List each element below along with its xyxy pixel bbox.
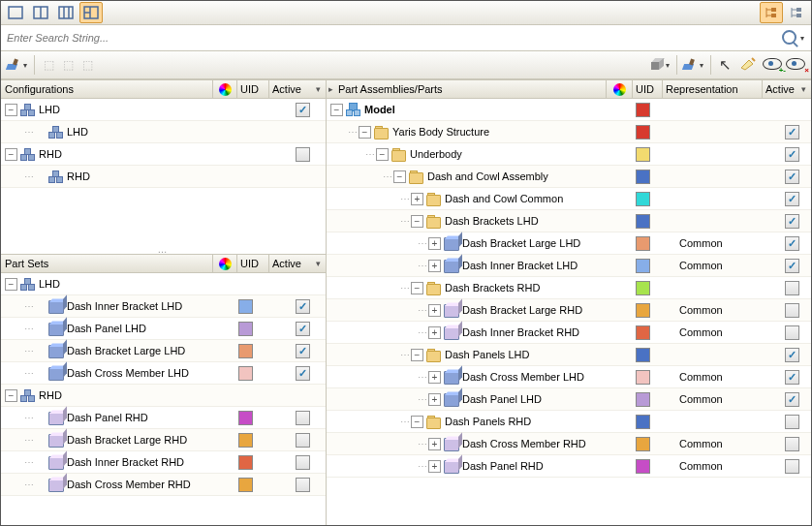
expand-toggle[interactable]: + bbox=[428, 304, 441, 317]
checkbox-checked[interactable]: ✓ bbox=[785, 192, 799, 206]
checkbox-checked[interactable]: ✓ bbox=[785, 214, 799, 229]
header-sort-icon[interactable]: ▾ bbox=[801, 84, 811, 94]
checkbox-unchecked[interactable] bbox=[785, 415, 799, 429]
tree-row[interactable]: −RHD bbox=[1, 143, 326, 166]
color-swatch[interactable] bbox=[238, 344, 253, 358]
brush2-icon[interactable] bbox=[681, 56, 699, 74]
checkbox-checked[interactable]: ✓ bbox=[785, 370, 799, 385]
configs-title[interactable]: Configurations bbox=[1, 83, 212, 95]
collapse-toggle[interactable]: − bbox=[393, 170, 406, 183]
color-swatch[interactable] bbox=[636, 348, 650, 362]
tree-row[interactable]: ⋯Dash Inner Bracket RHD bbox=[1, 451, 326, 474]
tree-row[interactable]: −LHD bbox=[1, 273, 326, 295]
checkbox-checked[interactable]: ✓ bbox=[296, 299, 310, 314]
checkbox-unchecked[interactable] bbox=[785, 459, 799, 474]
color-swatch[interactable] bbox=[636, 259, 650, 273]
checkbox-checked[interactable]: ✓ bbox=[785, 392, 799, 407]
eye-minus-icon[interactable]: × bbox=[786, 58, 805, 72]
tool-icon-2[interactable]: ⬚ bbox=[58, 55, 78, 75]
partsets-color-header[interactable] bbox=[212, 255, 236, 272]
tree-row[interactable]: ⋯Dash Inner Bracket LHD✓ bbox=[1, 295, 326, 318]
layout-split2-button[interactable] bbox=[29, 2, 52, 23]
tree-row[interactable]: −Model bbox=[327, 99, 811, 121]
collapse-toggle[interactable]: − bbox=[5, 389, 17, 402]
checkbox-unchecked[interactable] bbox=[296, 455, 310, 470]
collapse-toggle[interactable]: − bbox=[376, 148, 389, 161]
assemblies-uid-header[interactable]: UID bbox=[632, 80, 662, 98]
tool-icon-1[interactable]: ⬚ bbox=[39, 55, 58, 75]
collapse-toggle[interactable]: − bbox=[359, 126, 371, 139]
collapse-toggle[interactable]: − bbox=[5, 104, 17, 116]
color-swatch[interactable] bbox=[636, 236, 650, 251]
tree-row[interactable]: ⋯Dash Bracket Large LHD✓ bbox=[1, 340, 326, 362]
color-swatch[interactable] bbox=[636, 214, 650, 229]
tree-row[interactable]: ⋯+Dash Cross Member RHDCommon bbox=[327, 433, 811, 455]
tree-row[interactable]: ⋯Dash Bracket Large RHD bbox=[1, 429, 326, 451]
color-swatch[interactable] bbox=[238, 322, 253, 336]
expand-toggle[interactable]: + bbox=[428, 438, 441, 450]
checkbox-unchecked[interactable] bbox=[296, 433, 310, 448]
tree-row[interactable]: ⋯+Dash Bracket Large LHDCommon✓ bbox=[327, 232, 811, 255]
assemblies-title[interactable]: Part Assemblies/Parts bbox=[334, 83, 606, 95]
configs-color-header[interactable] bbox=[212, 80, 236, 98]
layout-split3-button[interactable] bbox=[54, 2, 78, 23]
tree-row[interactable]: ⋯−Dash and Cowl Assembly✓ bbox=[327, 166, 811, 188]
checkbox-checked[interactable]: ✓ bbox=[785, 170, 799, 184]
tree-row[interactable]: ⋯Dash Cross Member RHD bbox=[1, 474, 326, 496]
tree-row[interactable]: ⋯Dash Panel RHD bbox=[1, 407, 326, 429]
tree-row[interactable]: ⋯+Dash Inner Bracket LHDCommon✓ bbox=[327, 255, 811, 277]
checkbox-unchecked[interactable] bbox=[296, 147, 310, 162]
checkbox-unchecked[interactable] bbox=[785, 437, 799, 451]
tree-row[interactable]: ⋯+Dash Cross Member LHDCommon✓ bbox=[327, 366, 811, 388]
search-icon[interactable] bbox=[780, 28, 799, 47]
tree-mode2-button[interactable] bbox=[785, 2, 808, 23]
configs-tree[interactable]: −LHD✓⋯LHD−RHD⋯RHD bbox=[1, 99, 326, 244]
tree-row[interactable]: ⋯−Yaris Body Structure✓ bbox=[327, 121, 811, 143]
color-swatch[interactable] bbox=[636, 415, 650, 429]
checkbox-checked[interactable]: ✓ bbox=[785, 236, 799, 251]
layout-active-button[interactable] bbox=[79, 2, 103, 23]
layout-single-button[interactable] bbox=[4, 2, 27, 23]
color-swatch[interactable] bbox=[238, 433, 253, 448]
color-swatch[interactable] bbox=[636, 392, 650, 407]
checkbox-unchecked[interactable] bbox=[785, 303, 799, 318]
pane-gripper[interactable]: … bbox=[1, 244, 326, 254]
color-swatch[interactable] bbox=[636, 325, 650, 340]
collapse-toggle[interactable]: − bbox=[411, 215, 423, 228]
header-sort-icon[interactable]: ▾ bbox=[316, 84, 326, 94]
cube-dropdown[interactable]: ▾ bbox=[666, 61, 672, 70]
collapse-toggle[interactable]: − bbox=[330, 104, 343, 116]
wipe-icon[interactable] bbox=[739, 56, 757, 74]
collapse-toggle[interactable]: − bbox=[411, 349, 423, 361]
expand-toggle[interactable]: + bbox=[411, 193, 423, 205]
checkbox-checked[interactable]: ✓ bbox=[296, 344, 310, 358]
checkbox-checked[interactable]: ✓ bbox=[296, 366, 310, 381]
assemblies-active-header[interactable]: Active bbox=[762, 80, 801, 98]
color-swatch[interactable] bbox=[238, 455, 253, 470]
assemblies-tree[interactable]: −Model⋯−Yaris Body Structure✓⋯−Underbody… bbox=[327, 99, 811, 525]
color-swatch[interactable] bbox=[636, 281, 650, 295]
header-sort-icon[interactable]: ▾ bbox=[316, 259, 326, 268]
expand-toggle[interactable]: + bbox=[428, 393, 441, 406]
tree-mode1-button[interactable] bbox=[760, 2, 783, 23]
collapse-toggle[interactable]: − bbox=[411, 282, 423, 294]
brush2-dropdown[interactable]: ▾ bbox=[700, 61, 706, 70]
tree-row[interactable]: ⋯−Dash Panels RHD bbox=[327, 411, 811, 433]
tree-row[interactable]: ⋯LHD bbox=[1, 121, 326, 143]
tree-row[interactable]: ⋯Dash Panel LHD✓ bbox=[1, 318, 326, 340]
tool-icon-3[interactable]: ⬚ bbox=[78, 55, 97, 75]
checkbox-unchecked[interactable] bbox=[296, 411, 310, 425]
expand-toggle[interactable]: + bbox=[428, 260, 441, 272]
tree-row[interactable]: ⋯−Dash Brackets RHD bbox=[327, 277, 811, 299]
eye-plus-icon[interactable]: +- bbox=[763, 58, 782, 72]
tree-row[interactable]: −RHD bbox=[1, 385, 326, 407]
checkbox-checked[interactable]: ✓ bbox=[785, 125, 799, 139]
brush-dropdown[interactable]: ▾ bbox=[23, 61, 30, 70]
tree-row[interactable]: ⋯−Dash Panels LHD✓ bbox=[327, 344, 811, 366]
color-swatch[interactable] bbox=[636, 437, 650, 451]
expand-toggle[interactable]: + bbox=[428, 460, 441, 473]
tree-row[interactable]: ⋯+Dash Inner Bracket RHDCommon bbox=[327, 322, 811, 344]
tree-row[interactable]: ⋯+Dash Bracket Large RHDCommon bbox=[327, 299, 811, 322]
tree-row[interactable]: ⋯−Dash Brackets LHD✓ bbox=[327, 210, 811, 232]
configs-active-header[interactable]: Active bbox=[268, 80, 316, 98]
